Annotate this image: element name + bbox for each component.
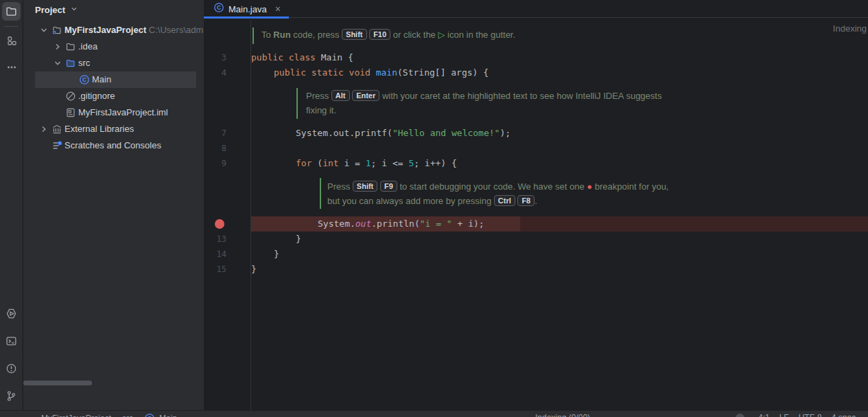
code-token: ( — [312, 158, 322, 168]
code-token: main — [376, 67, 397, 78]
module-file-icon — [65, 107, 76, 118]
status-widget[interactable]: 4 spac — [832, 413, 856, 417]
chevron-right-icon[interactable] — [38, 124, 49, 135]
tab-main-java[interactable]: C Main.java × — [204, 0, 289, 18]
code-token: Main { — [321, 52, 353, 63]
breadcrumb-item[interactable]: MyFirstJavaProject — [41, 414, 111, 417]
tree-item-external-libraries[interactable]: External Libraries — [23, 121, 204, 137]
code-token: "Hello and welcome!" — [392, 128, 500, 138]
editor-tab-bar: C Main.java × — [204, 0, 868, 18]
project-panel-title: Project — [35, 5, 65, 15]
code-token: int — [322, 158, 338, 168]
status-widget[interactable]: UTF-8 — [799, 413, 822, 417]
code-line: System.out.println("i = " + i); — [318, 216, 484, 232]
code-token: code, press — [291, 30, 342, 40]
breadcrumb-item[interactable]: src — [122, 414, 133, 417]
run-gutter-icon: ▷ — [438, 30, 445, 40]
code-token: ; i <= — [371, 158, 409, 168]
status-widget[interactable]: 4:1 — [758, 413, 770, 417]
chevron-down-icon[interactable] — [52, 58, 63, 69]
problems-tool-window-button[interactable] — [2, 359, 21, 378]
code-token: .println( — [371, 218, 419, 229]
breakpoint-dot[interactable] — [215, 219, 224, 229]
keycap: Enter — [352, 90, 379, 101]
line-number: 8 — [204, 141, 226, 156]
code-line: } — [274, 247, 279, 262]
keycap: F8 — [517, 195, 535, 206]
tree-item-label: Main — [92, 71, 111, 88]
code-token: } — [274, 249, 279, 259]
tree-item-label: Scratches and Consoles — [64, 137, 161, 154]
chevron-down-icon[interactable] — [38, 25, 49, 36]
code-line: for (int i = 1; i <= 5; i++) { — [296, 156, 457, 171]
editor-hint-line: but you can always add more by pressing … — [327, 194, 537, 209]
tree-item--idea[interactable]: .idea — [23, 38, 204, 55]
line-number: 4 — [204, 65, 226, 80]
selected-row-highlight — [35, 71, 196, 88]
code-line: } — [296, 232, 301, 247]
status-widgets: 4:1LFUTF-84 spac — [758, 413, 856, 417]
code-token: ; i++) { — [414, 158, 457, 168]
keycap: F9 — [380, 181, 397, 192]
project-panel: Project MyFirstJavaProject C:\Users\adm.… — [23, 0, 204, 410]
tree-item--gitignore[interactable]: .gitignore — [23, 88, 204, 104]
tree-item-main[interactable]: CMain — [23, 71, 204, 88]
chevron-right-icon[interactable] — [52, 41, 63, 52]
structure-icon — [6, 35, 17, 46]
line-number: 14 — [204, 247, 226, 262]
activity-bar — [0, 0, 23, 410]
run-tool-window-button[interactable] — [2, 304, 21, 323]
editor-area[interactable]: C Main.java × Indexing To Run code, pres… — [204, 0, 868, 410]
active-tab-underline — [204, 16, 289, 19]
ignored-file-icon — [65, 91, 76, 102]
scratches-icon — [51, 140, 62, 151]
lesson-hint-bar — [296, 88, 298, 119]
more-icon — [6, 62, 17, 73]
code-token: System.out.printf( — [296, 128, 392, 138]
code-token: To — [261, 30, 273, 40]
editor-hint-line: fixing it. — [306, 103, 336, 118]
tree-item-myfirstjavaproject-iml[interactable]: MyFirstJavaProject.iml — [23, 104, 204, 121]
structure-tool-window-button[interactable] — [2, 31, 21, 49]
code-token: but you can always add more by pressing — [327, 196, 494, 206]
breadcrumb-separator: › — [137, 414, 140, 417]
code-line: } — [251, 262, 257, 277]
tree-item-myfirstjavaproject[interactable]: MyFirstJavaProject C:\Users\adm — [23, 22, 204, 38]
horizontal-scrollbar-thumb[interactable] — [23, 381, 92, 385]
intellij-window: Project MyFirstJavaProject C:\Users\adm.… — [0, 0, 868, 417]
code-token: 1 — [366, 158, 371, 168]
tree-item-scratches-and-consoles[interactable]: Scratches and Consoles — [23, 137, 204, 154]
more-tool-windows-button[interactable] — [2, 58, 21, 76]
code-token: Press — [327, 181, 353, 192]
folder-icon — [65, 41, 76, 52]
code-token: (String[] args) { — [397, 67, 489, 78]
tree-item-path: C:\Users\adm — [146, 25, 203, 35]
tree-item-src[interactable]: src — [23, 55, 204, 71]
project-folder-icon — [5, 5, 17, 17]
code-token: public static void — [274, 67, 376, 78]
breadcrumb-separator: › — [115, 414, 118, 417]
tree-item-label: .gitignore — [78, 88, 115, 104]
breadcrumb-item[interactable]: Main — [159, 414, 177, 417]
tree-item-label: src — [78, 55, 90, 71]
keycap: Shift — [342, 29, 366, 40]
terminal-tool-window-button[interactable] — [2, 332, 21, 350]
status-widget[interactable]: LF — [779, 413, 789, 417]
project-tool-window-button[interactable] — [2, 2, 21, 21]
code-token: . — [535, 196, 537, 206]
code-line: System.out.printf("Hello and welcome!"); — [296, 126, 511, 141]
project-panel-header[interactable]: Project — [35, 0, 78, 19]
line-number: 9 — [204, 156, 226, 171]
tree-item-label: MyFirstJavaProject.iml — [78, 104, 168, 121]
code-token: Press — [306, 91, 331, 101]
code-token: "i = " — [420, 218, 452, 229]
version-control-tool-window-button[interactable] — [2, 387, 21, 405]
status-indicator-icon[interactable] — [736, 414, 744, 417]
breadcrumb[interactable]: MyFirstJavaProject›src›CMain — [41, 413, 177, 417]
project-folder-icon — [51, 25, 62, 36]
tab-close-icon[interactable]: × — [275, 4, 281, 14]
lesson-hint-bar — [253, 27, 254, 44]
class-icon: C — [144, 413, 155, 417]
code-token: } — [296, 234, 301, 244]
keycap: Alt — [331, 90, 350, 101]
